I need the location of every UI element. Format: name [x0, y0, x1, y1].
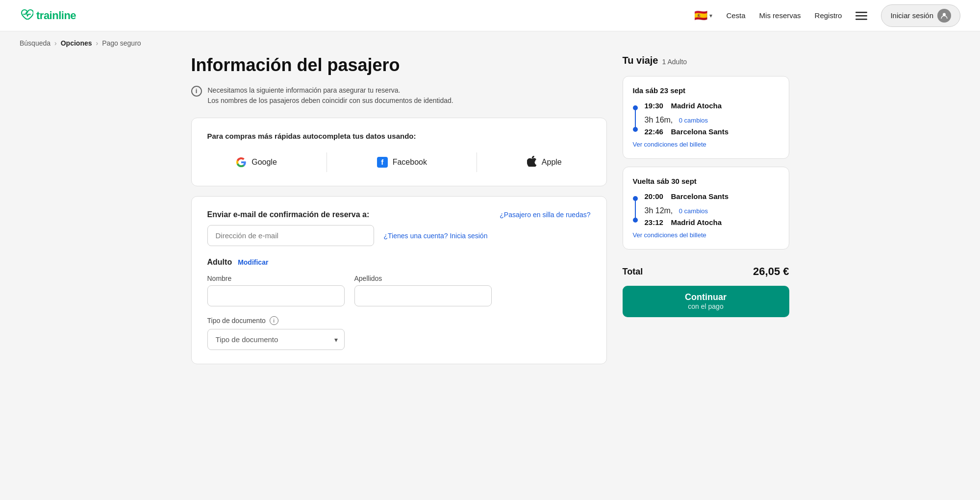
name-row: Nombre Apellidos: [207, 275, 591, 306]
login-link[interactable]: ¿Tienes una cuenta? Inicia sesión: [384, 232, 488, 240]
google-icon: [236, 157, 247, 168]
adult-row: Adulto Modificar: [207, 258, 591, 267]
breadcrumb-sep-1: ›: [54, 39, 57, 47]
trip-vuelta-duration: 3h 12m,: [645, 206, 673, 215]
trip-vuelta-direction: Vuelta sáb 30 sept: [633, 177, 779, 185]
page-title: Información del pasajero: [191, 55, 607, 75]
trip-ida-direction: Ida sáb 23 sept: [633, 86, 779, 95]
trip-ida-dep: 19:30 Madrid Atocha: [645, 101, 779, 110]
logo-text: trainline: [36, 9, 76, 22]
apellidos-input[interactable]: [354, 285, 492, 306]
trip-ida-dep-time: 19:30: [645, 101, 666, 110]
continue-button[interactable]: Continuar con el pago: [623, 286, 789, 317]
header: trainline 🇪🇸 ▾ Cesta Mis reservas Regist…: [0, 0, 980, 31]
autocomplete-card: Para compras más rápidas autocompleta tu…: [191, 118, 607, 186]
facebook-label: Facebook: [393, 158, 427, 167]
registro-link[interactable]: Registro: [815, 11, 842, 20]
info-notice: i Necesitamos la siguiente información p…: [191, 85, 607, 106]
doc-type-label: Tipo de documento: [207, 317, 266, 325]
email-label: Enviar e-mail de confirmación de reserva…: [207, 210, 370, 219]
trip-vuelta-arr-station: Madrid Atocha: [671, 218, 722, 226]
hamburger-button[interactable]: [855, 10, 867, 22]
login-button[interactable]: Iniciar sesión: [881, 4, 960, 27]
total-row: Total 26,05 €: [623, 257, 789, 286]
svg-rect-1: [855, 15, 867, 17]
svg-rect-0: [855, 12, 867, 13]
trip-ida-duration: 3h 16m,: [645, 116, 673, 125]
nombre-input[interactable]: [207, 285, 345, 306]
wheelchair-link[interactable]: ¿Pasajero en silla de ruedas?: [500, 211, 590, 219]
social-divider-1: [327, 152, 327, 172]
breadcrumb-step3[interactable]: Pago seguro: [102, 39, 141, 47]
user-avatar-icon: [937, 9, 951, 23]
passenger-card: Enviar e-mail de confirmación de reserva…: [191, 196, 607, 364]
trip-vuelta-dep: 20:00 Barcelona Sants: [645, 192, 779, 200]
email-input[interactable]: [207, 225, 374, 246]
adults-badge: 1 Adulto: [662, 58, 687, 66]
facebook-icon: f: [377, 157, 388, 168]
right-sidebar: Tu viaje 1 Adulto Ida sáb 23 sept 19:30 …: [623, 55, 789, 317]
reservas-link[interactable]: Mis reservas: [759, 11, 801, 20]
info-notice-text: Necesitamos la siguiente información par…: [208, 85, 453, 106]
continue-sub-label: con el pago: [688, 302, 723, 311]
trip-vuelta-arr: 23:12 Madrid Atocha: [645, 218, 779, 226]
nombre-field-group: Nombre: [207, 275, 345, 306]
email-input-row: ¿Tienes una cuenta? Inicia sesión: [207, 225, 591, 246]
svg-rect-2: [855, 19, 867, 20]
logo-area: trainline: [20, 7, 694, 24]
adult-label: Adulto: [207, 258, 232, 267]
header-nav: 🇪🇸 ▾ Cesta Mis reservas Registro Iniciar…: [694, 4, 960, 27]
sidebar-title: Tu viaje: [623, 55, 658, 66]
total-price: 26,05 €: [753, 265, 789, 278]
continue-main-label: Continuar: [685, 292, 727, 303]
social-divider-2: [477, 152, 477, 172]
cart-link[interactable]: Cesta: [726, 11, 745, 20]
breadcrumb: Búsqueda › Opciones › Pago seguro: [0, 31, 980, 55]
facebook-signin-button[interactable]: f Facebook: [369, 153, 435, 172]
apellidos-label: Apellidos: [354, 275, 492, 282]
breadcrumb-step1[interactable]: Búsqueda: [20, 39, 50, 47]
doc-info-icon[interactable]: i: [270, 316, 278, 325]
left-content: Información del pasajero i Necesitamos l…: [191, 55, 607, 374]
flag-emoji: 🇪🇸: [694, 9, 707, 22]
trip-vuelta-duration-row: 3h 12m, 0 cambios: [645, 203, 779, 218]
chevron-down-icon: ▾: [709, 12, 712, 19]
apple-icon: [527, 156, 537, 168]
total-label: Total: [623, 267, 643, 277]
apple-signin-button[interactable]: Apple: [519, 152, 570, 172]
trip-ida-duration-row: 3h 16m, 0 cambios: [645, 113, 779, 127]
trip-card-vuelta: Vuelta sáb 30 sept 20:00 Barcelona Sants…: [623, 167, 789, 250]
breadcrumb-step2: Opciones: [61, 39, 92, 47]
autocomplete-subtitle: Para compras más rápidas autocompleta tu…: [207, 132, 591, 140]
trip-card-ida: Ida sáb 23 sept 19:30 Madrid Atocha 3h 1…: [623, 76, 789, 159]
sidebar-title-row: Tu viaje 1 Adulto: [623, 55, 789, 68]
doc-label-row: Tipo de documento i: [207, 316, 591, 325]
google-label: Google: [251, 158, 277, 167]
logo-heart-icon: [20, 7, 33, 24]
modify-link[interactable]: Modificar: [238, 258, 268, 266]
trip-vuelta-conditions-link[interactable]: Ver condiciones del billete: [633, 231, 706, 239]
login-label: Iniciar sesión: [890, 11, 933, 20]
social-buttons-row: Google f Facebook Apple: [207, 152, 591, 172]
apple-label: Apple: [542, 158, 562, 167]
trip-ida-arr-time: 22:46: [645, 127, 666, 136]
trip-ida-dep-station: Madrid Atocha: [671, 101, 722, 110]
nombre-label: Nombre: [207, 275, 345, 282]
language-selector[interactable]: 🇪🇸 ▾: [694, 9, 712, 22]
doc-type-select-wrapper: Tipo de documento ▾: [207, 329, 345, 350]
trip-vuelta-dep-station: Barcelona Sants: [671, 192, 729, 200]
trip-vuelta-dep-time: 20:00: [645, 192, 666, 200]
trip-ida-arr-station: Barcelona Sants: [671, 127, 729, 136]
apellidos-field-group: Apellidos: [354, 275, 492, 306]
doc-type-select[interactable]: Tipo de documento: [207, 329, 345, 350]
trip-ida-cambios[interactable]: 0 cambios: [679, 117, 708, 124]
info-circle-icon: i: [191, 86, 202, 97]
trip-vuelta-arr-time: 23:12: [645, 218, 666, 226]
trip-vuelta-cambios[interactable]: 0 cambios: [679, 207, 708, 215]
email-header: Enviar e-mail de confirmación de reserva…: [207, 210, 591, 219]
trip-ida-arr: 22:46 Barcelona Sants: [645, 127, 779, 136]
main-layout: Información del pasajero i Necesitamos l…: [172, 55, 809, 394]
google-signin-button[interactable]: Google: [228, 153, 285, 172]
trip-ida-conditions-link[interactable]: Ver condiciones del billete: [633, 141, 706, 148]
breadcrumb-sep-2: ›: [96, 39, 99, 47]
